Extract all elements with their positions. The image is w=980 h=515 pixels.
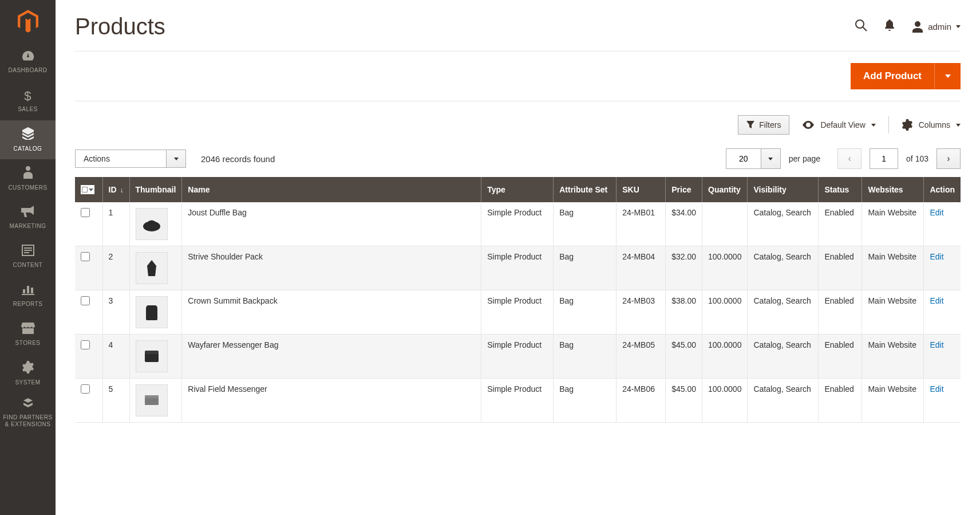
- bulk-actions-toggle[interactable]: [167, 150, 186, 168]
- nav-label: FIND PARTNERS & EXTENSIONS: [2, 414, 53, 428]
- cell-websites: Main Website: [862, 202, 924, 246]
- nav-sales[interactable]: $ SALES: [0, 81, 56, 120]
- nav-label: SALES: [18, 106, 38, 113]
- th-thumbnail[interactable]: Thumbnail: [129, 177, 182, 202]
- table-row[interactable]: 1Joust Duffle BagSimple ProductBag24-MB0…: [75, 202, 961, 246]
- th-name[interactable]: Name: [182, 177, 481, 202]
- partners-icon: [21, 397, 35, 412]
- nav-system[interactable]: SYSTEM: [0, 354, 56, 393]
- row-checkbox[interactable]: [81, 340, 90, 349]
- add-product-toggle[interactable]: [934, 63, 961, 89]
- edit-link[interactable]: Edit: [930, 384, 943, 394]
- th-sku[interactable]: SKU: [617, 177, 666, 202]
- nav-content[interactable]: CONTENT: [0, 237, 56, 276]
- columns-dropdown[interactable]: Columns: [902, 119, 961, 131]
- svg-point-0: [856, 20, 864, 28]
- cell-quantity: [702, 202, 748, 246]
- default-view-dropdown[interactable]: Default View: [802, 120, 875, 129]
- edit-link[interactable]: Edit: [930, 208, 943, 217]
- th-price[interactable]: Price: [666, 177, 702, 202]
- cell-price: $45.00: [666, 335, 702, 379]
- nav-label: SYSTEM: [15, 379, 40, 386]
- table-row[interactable]: 3Crown Summit BackpackSimple ProductBag2…: [75, 290, 961, 335]
- user-menu[interactable]: admin: [912, 21, 961, 33]
- cell-visibility: Catalog, Search: [748, 335, 819, 379]
- edit-link[interactable]: Edit: [930, 252, 943, 261]
- bell-icon[interactable]: [884, 19, 895, 34]
- nav-reports[interactable]: REPORTS: [0, 276, 56, 315]
- nav-stores[interactable]: STORES: [0, 315, 56, 354]
- chevron-down-icon: [945, 74, 951, 78]
- th-type[interactable]: Type: [481, 177, 554, 202]
- row-checkbox[interactable]: [81, 296, 90, 305]
- magento-logo[interactable]: [0, 0, 56, 42]
- search-icon[interactable]: [855, 19, 867, 34]
- bulk-actions-label: Actions: [75, 150, 167, 168]
- cell-sku: 24-MB01: [617, 202, 666, 246]
- table-row[interactable]: 5Rival Field MessengerSimple ProductBag2…: [75, 379, 961, 423]
- th-id[interactable]: ID↓: [102, 177, 129, 202]
- nav-dashboard[interactable]: DASHBOARD: [0, 42, 56, 81]
- filters-button[interactable]: Filters: [738, 115, 789, 135]
- nav-marketing[interactable]: MARKETING: [0, 198, 56, 237]
- edit-link[interactable]: Edit: [930, 296, 943, 305]
- th-attribute-set[interactable]: Attribute Set: [554, 177, 617, 202]
- user-icon: [912, 21, 923, 33]
- page-input[interactable]: [870, 148, 898, 169]
- cell-attribute-set: Bag: [554, 379, 617, 423]
- cell-type: Simple Product: [481, 290, 554, 335]
- per-page-toggle[interactable]: [761, 148, 781, 169]
- cell-type: Simple Product: [481, 335, 554, 379]
- row-checkbox[interactable]: [81, 208, 90, 217]
- pager-prev-button[interactable]: ‹: [837, 148, 862, 169]
- svg-rect-4: [145, 351, 159, 354]
- cell-visibility: Catalog, Search: [748, 202, 819, 246]
- cell-websites: Main Website: [862, 246, 924, 290]
- cell-name: Joust Duffle Bag: [182, 202, 481, 246]
- svg-rect-5: [145, 397, 159, 405]
- th-visibility[interactable]: Visibility: [748, 177, 819, 202]
- nav-catalog[interactable]: CATALOG: [0, 120, 56, 159]
- table-row[interactable]: 2Strive Shoulder PackSimple ProductBag24…: [75, 246, 961, 290]
- cell-websites: Main Website: [862, 335, 924, 379]
- filters-label: Filters: [759, 120, 781, 129]
- th-action[interactable]: Action: [924, 177, 961, 202]
- cell-type: Simple Product: [481, 246, 554, 290]
- cell-quantity: 100.0000: [702, 246, 748, 290]
- person-icon: [23, 166, 33, 182]
- cell-price: $34.00: [666, 202, 702, 246]
- th-status[interactable]: Status: [819, 177, 862, 202]
- table-row[interactable]: 4Wayfarer Messenger BagSimple ProductBag…: [75, 335, 961, 379]
- cell-id: 1: [102, 202, 129, 246]
- edit-link[interactable]: Edit: [930, 340, 943, 349]
- per-page-input[interactable]: [726, 148, 761, 169]
- nav-label: DASHBOARD: [9, 67, 48, 74]
- divider: [888, 116, 889, 133]
- dashboard-icon: [21, 50, 35, 65]
- cell-visibility: Catalog, Search: [748, 379, 819, 423]
- th-quantity[interactable]: Quantity: [702, 177, 748, 202]
- thumbnail: [136, 384, 168, 416]
- svg-rect-6: [145, 395, 159, 398]
- cell-attribute-set: Bag: [554, 246, 617, 290]
- add-product-split-button: Add Product: [851, 63, 961, 89]
- cell-status: Enabled: [819, 290, 862, 335]
- chevron-right-icon: ›: [947, 154, 950, 164]
- default-view-label: Default View: [820, 120, 865, 129]
- row-checkbox[interactable]: [81, 384, 90, 394]
- nav-partners[interactable]: FIND PARTNERS & EXTENSIONS: [0, 393, 56, 432]
- cell-id: 5: [102, 379, 129, 423]
- cell-name: Strive Shoulder Pack: [182, 246, 481, 290]
- add-product-button[interactable]: Add Product: [851, 63, 934, 89]
- nav-customers[interactable]: CUSTOMERS: [0, 159, 56, 198]
- row-checkbox[interactable]: [81, 252, 90, 261]
- bulk-actions-dropdown[interactable]: Actions: [75, 150, 186, 168]
- pager-next-button[interactable]: ›: [936, 148, 961, 169]
- cell-status: Enabled: [819, 202, 862, 246]
- gear-icon: [22, 361, 34, 377]
- cell-quantity: 100.0000: [702, 379, 748, 423]
- th-websites[interactable]: Websites: [862, 177, 924, 202]
- cell-status: Enabled: [819, 335, 862, 379]
- cell-sku: 24-MB04: [617, 246, 666, 290]
- th-select-all[interactable]: [75, 177, 102, 202]
